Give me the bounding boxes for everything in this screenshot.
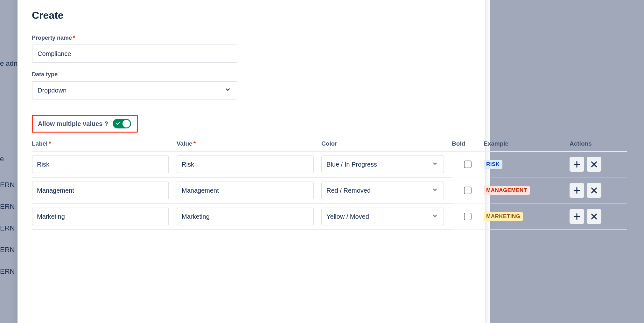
option-value-input[interactable] [177, 155, 314, 173]
example-badge: MANAGEMENT [484, 186, 530, 195]
add-option-button[interactable] [570, 183, 584, 198]
option-label-input[interactable] [32, 155, 169, 173]
header-bold: Bold [452, 137, 484, 152]
sidebar-fragment: e adn e ERN ERN ERN ERN ERN [0, 0, 18, 323]
option-color-select[interactable] [321, 182, 444, 199]
remove-option-button[interactable] [587, 183, 601, 198]
example-badge: MARKETING [484, 212, 523, 221]
remove-option-button[interactable] [587, 157, 601, 172]
page-title: Create [32, 10, 471, 21]
close-icon [590, 160, 598, 168]
add-option-button[interactable] [570, 209, 584, 224]
add-option-button[interactable] [570, 157, 584, 172]
sidebar-item[interactable]: ERN [0, 265, 18, 278]
close-icon [590, 186, 598, 195]
required-asterisk: * [72, 35, 75, 41]
plus-icon [573, 186, 581, 195]
allow-multiple-toggle[interactable] [113, 119, 131, 128]
check-icon [116, 121, 120, 127]
data-type-group: Data type [32, 71, 471, 100]
header-actions: Actions [570, 137, 627, 152]
option-value-input[interactable] [177, 182, 314, 199]
allow-multiple-label: Allow multiple values ? [38, 120, 108, 127]
sidebar-item[interactable]: e adn [0, 57, 18, 70]
option-color-select[interactable] [321, 208, 444, 225]
remove-option-button[interactable] [587, 209, 601, 224]
required-asterisk: * [192, 140, 196, 147]
sidebar-item[interactable]: ERN [0, 179, 18, 191]
example-badge: RISK [484, 160, 502, 169]
sidebar-item[interactable]: ERN [0, 200, 18, 213]
sidebar-item[interactable]: e [0, 153, 18, 165]
option-label-input[interactable] [32, 182, 169, 199]
header-color: Color [321, 137, 452, 152]
plus-icon [573, 212, 581, 221]
option-color-select[interactable] [321, 155, 444, 173]
option-value-input[interactable] [177, 208, 314, 225]
header-label: Label* [32, 137, 177, 152]
options-table: Label* Value* Color Bold Example Actions… [32, 137, 471, 230]
required-asterisk: * [48, 140, 51, 147]
sidebar-item[interactable]: ERN [0, 244, 18, 256]
close-icon [590, 212, 598, 221]
option-bold-checkbox[interactable] [464, 213, 472, 220]
property-name-input[interactable] [32, 45, 237, 63]
option-bold-checkbox[interactable] [464, 161, 472, 168]
data-type-select[interactable] [32, 81, 237, 100]
sidebar-divider [0, 172, 18, 172]
header-value: Value* [177, 137, 321, 152]
plus-icon [573, 160, 581, 168]
option-label-input[interactable] [32, 208, 169, 225]
header-example: Example [484, 137, 570, 152]
data-type-label: Data type [32, 71, 471, 78]
property-name-label: Property name* [32, 35, 471, 41]
option-bold-checkbox[interactable] [464, 187, 472, 194]
allow-multiple-highlight: Allow multiple values ? [32, 115, 138, 133]
property-name-group: Property name* [32, 35, 471, 63]
create-property-modal: Create Property name* Data type Allow mu… [18, 0, 485, 323]
sidebar-item[interactable]: ERN [0, 222, 18, 235]
toggle-knob [122, 120, 130, 127]
